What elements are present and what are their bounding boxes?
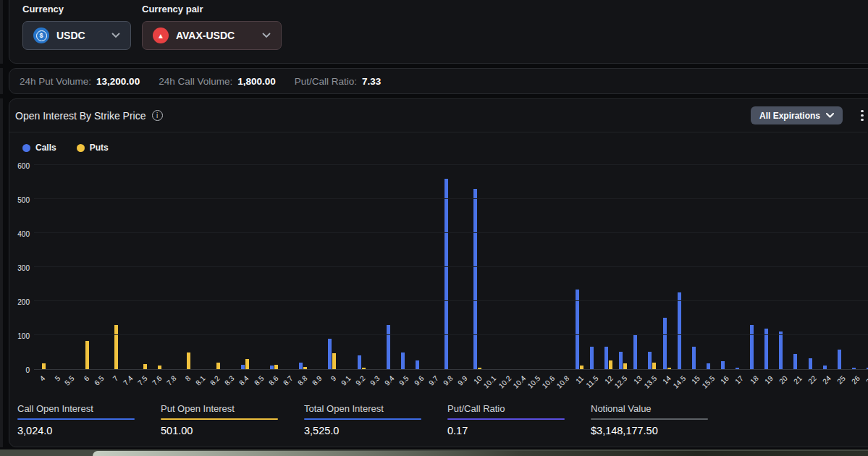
x-tick: 16 (717, 370, 732, 403)
avalanche-icon: ▲ (153, 28, 169, 43)
x-tick-label: 8.3 (223, 374, 236, 387)
x-tick-label: 8.8 (296, 374, 309, 387)
expirations-filter-button[interactable]: All Expirations (751, 106, 843, 124)
left-card-edge (0, 98, 3, 447)
x-tick: 26 (848, 370, 863, 403)
x-tick: 9.5 (397, 370, 412, 403)
calls-bar (750, 325, 754, 369)
summary-stat: Notional Value$3,148,177.50 (591, 403, 734, 436)
x-tick: 10.8 (557, 370, 572, 403)
bar-group-8.8 (296, 161, 311, 369)
bar-group-9.1 (340, 161, 354, 369)
x-tick: 5.5 (63, 370, 77, 403)
x-tick-label: 14.5 (671, 374, 687, 390)
y-axis: 0100200300400500600 (9, 161, 34, 370)
x-tick-label: 16 (720, 374, 731, 386)
calls-bar (241, 365, 245, 369)
x-tick-label: 7.6 (151, 374, 164, 387)
kebab-menu-icon[interactable] (857, 109, 867, 122)
summary-stat-value: 3,024.0 (17, 425, 161, 436)
currency-dropdown[interactable]: $ USDC (22, 21, 131, 50)
legend-puts[interactable]: Puts (77, 143, 109, 153)
bar-group-8.6 (267, 161, 282, 369)
gridline (34, 232, 868, 233)
currency-dropdown-value: USDC (56, 30, 104, 41)
x-tick-label: 7 (111, 374, 120, 383)
call-volume-value: 1,800.00 (237, 76, 276, 87)
bars-row (34, 161, 868, 369)
x-tick: 8.1 (194, 370, 208, 403)
x-tick-label: 8.9 (311, 374, 324, 387)
volume-stats-bar: 24h Put Volume: 13,200.00 24h Call Volum… (9, 68, 868, 94)
x-tick-label: 8.2 (208, 374, 222, 387)
x-tick: 8 (180, 370, 194, 403)
bar-group-12 (602, 161, 616, 369)
x-tick-label: 7.8 (165, 374, 178, 387)
bar-group-6.5 (92, 161, 106, 369)
puts-bar (623, 363, 627, 369)
plot-area[interactable] (34, 161, 868, 370)
x-tick: 22 (805, 370, 819, 403)
call-volume-label: 24h Call Volume: (159, 76, 232, 87)
x-tick: 20 (776, 370, 791, 403)
x-tick-label: 10.2 (497, 374, 513, 390)
bar-group-7.6 (151, 161, 165, 369)
calls-bar (576, 290, 579, 369)
currency-pair-label: Currency pair (142, 4, 282, 14)
legend-calls[interactable]: Calls (22, 143, 56, 153)
summary-stat-underline (447, 418, 565, 420)
calls-bar (707, 363, 710, 369)
calls-bar (793, 354, 797, 369)
calls-bar (852, 368, 856, 369)
bar-group-12.5 (616, 161, 631, 369)
x-tick: 9 (325, 370, 340, 403)
puts-bar (143, 364, 147, 369)
put-call-ratio-value: 7.33 (362, 76, 381, 87)
x-tick: 4 (34, 370, 49, 403)
x-tick: 25 (834, 370, 848, 403)
bar-group-22 (805, 161, 819, 369)
puts-bar (362, 368, 366, 369)
x-tick: 14.5 (674, 370, 688, 403)
bar-group-9 (325, 161, 340, 369)
calls-bar (401, 352, 405, 369)
x-tick: 21 (791, 370, 805, 403)
bar-group-9.6 (412, 161, 426, 369)
y-tick-label: 200 (17, 298, 30, 306)
gridline (34, 334, 868, 335)
summary-stat-value: 501.00 (161, 425, 304, 436)
info-icon[interactable]: i (152, 110, 163, 121)
gridline (34, 300, 868, 301)
x-tick-label: 8.7 (282, 374, 295, 387)
bar-group-7.4 (122, 161, 136, 369)
calls-bar (387, 325, 390, 369)
x-tick-label: 22 (806, 374, 818, 386)
calls-bar (590, 347, 594, 369)
puts-bar (158, 366, 161, 369)
x-tick: 10.4 (514, 370, 528, 403)
put-volume-value: 13,200.00 (96, 76, 140, 87)
x-tick: 10.2 (500, 370, 514, 403)
x-tick-label: 10.1 (482, 374, 498, 390)
x-axis: 455.566.577.47.57.67.888.18.28.38.48.58.… (34, 370, 868, 403)
bar-group-17 (733, 161, 747, 369)
x-tick-label: 15.5 (701, 374, 717, 390)
currency-pair-dropdown[interactable]: ▲ AVAX-USDC (142, 21, 282, 50)
background-window-edge (0, 449, 868, 456)
calls-bar (299, 363, 303, 369)
x-tick-label: 8 (184, 374, 193, 383)
y-tick-label: 0 (25, 366, 30, 374)
bar-group-9.3 (368, 161, 383, 369)
calls-bar (721, 361, 725, 369)
x-tick-label: 8.4 (238, 374, 251, 387)
currency-label: Currency (22, 4, 131, 14)
x-tick: 8.6 (267, 370, 282, 403)
summary-stat: Put/Call Ratio0.17 (447, 403, 591, 436)
left-card-edge (0, 0, 3, 64)
bar-group-21 (791, 161, 805, 369)
x-tick: 8.5 (252, 370, 266, 403)
x-tick: 11 (572, 370, 586, 403)
bar-group-15 (688, 161, 703, 369)
x-tick-label: 18 (749, 374, 760, 386)
bar-group-10 (471, 161, 485, 369)
